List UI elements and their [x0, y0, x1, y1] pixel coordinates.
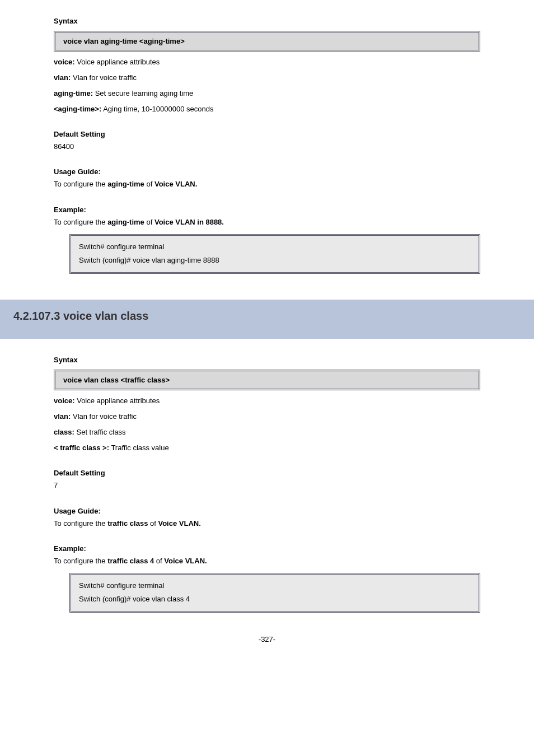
usage-guide-text: To configure the aging-time of Voice VLA… [54, 178, 480, 190]
param-aging-time: aging-time: Set secure learning aging ti… [54, 87, 480, 100]
param-desc: Traffic class value [109, 444, 169, 452]
param-kw: < traffic class >: [54, 444, 109, 452]
param-class: class: Set traffic class [54, 426, 480, 438]
default-setting-value: 7 [54, 479, 480, 492]
param-desc: Voice appliance attributes [75, 58, 160, 66]
param-voice: voice: Voice appliance attributes [54, 395, 480, 407]
syntax-label: Syntax [54, 17, 480, 25]
syntax-box: voice vlan class <traffic class> [54, 370, 480, 390]
t: of [144, 218, 154, 226]
param-kw: voice: [54, 58, 75, 66]
param-kw: class: [54, 428, 74, 436]
param-desc: Set secure learning aging time [93, 89, 193, 97]
param-desc: Vlan for voice traffic [71, 73, 137, 82]
t: aging-time [107, 180, 144, 188]
default-setting-label: Default Setting [54, 469, 480, 477]
t: traffic class [107, 519, 148, 528]
page-number: -327- [0, 635, 534, 643]
param-vlan: vlan: Vlan for voice traffic [54, 72, 480, 84]
usage-guide-label: Usage Guide: [54, 167, 480, 176]
syntax-box: voice vlan aging-time <aging-time> [54, 31, 480, 52]
t: traffic class 4 [107, 557, 154, 565]
t: Voice VLAN in 8888. [154, 218, 224, 226]
example-text: To configure the traffic class 4 of Voic… [54, 555, 480, 567]
param-kw: <aging-time>: [54, 105, 101, 113]
param-kw: vlan: [54, 412, 71, 421]
t: Voice VLAN. [164, 557, 207, 565]
param-voice: voice: Voice appliance attributes [54, 56, 480, 68]
t: To configure the [54, 180, 107, 188]
param-kw: voice: [54, 396, 75, 405]
t: Voice VLAN. [154, 180, 197, 188]
t: of [148, 519, 158, 528]
param-desc: Voice appliance attributes [75, 396, 160, 405]
param-vlan: vlan: Vlan for voice traffic [54, 410, 480, 423]
example-box: Switch# configure terminal Switch (confi… [69, 234, 480, 274]
default-setting-label: Default Setting [54, 130, 480, 138]
example-text: To configure the aging-time of Voice VLA… [54, 216, 480, 228]
t: To configure the [54, 218, 107, 226]
section-header: 4.2.107.3 voice vlan class [0, 300, 534, 339]
example-label: Example: [54, 544, 480, 553]
page: Syntax voice vlan aging-time <aging-time… [0, 0, 534, 666]
section-1-content: Syntax voice vlan aging-time <aging-time… [0, 0, 534, 274]
usage-guide-label: Usage Guide: [54, 507, 480, 515]
t: of [144, 180, 154, 188]
t: To configure the [54, 519, 107, 528]
param-aging-time-value: <aging-time>: Aging time, 10-10000000 se… [54, 103, 480, 115]
example-box: Switch# configure terminal Switch (confi… [69, 573, 480, 613]
syntax-label: Syntax [54, 356, 480, 364]
param-kw: aging-time: [54, 89, 93, 97]
t: aging-time [107, 218, 144, 226]
example-label: Example: [54, 206, 480, 214]
usage-guide-text: To configure the traffic class of Voice … [54, 517, 480, 530]
param-desc: Vlan for voice traffic [71, 412, 137, 421]
param-kw: vlan: [54, 73, 71, 82]
param-desc: Aging time, 10-10000000 seconds [101, 105, 213, 113]
default-setting-value: 86400 [54, 141, 480, 153]
param-desc: Set traffic class [74, 428, 126, 436]
t: To configure the [54, 557, 107, 565]
param-traffic-class: < traffic class >: Traffic class value [54, 442, 480, 454]
spacer [0, 274, 534, 300]
t: Voice VLAN. [158, 519, 200, 528]
t: of [154, 557, 164, 565]
section-2-content: Syntax voice vlan class <traffic class> … [0, 339, 534, 613]
